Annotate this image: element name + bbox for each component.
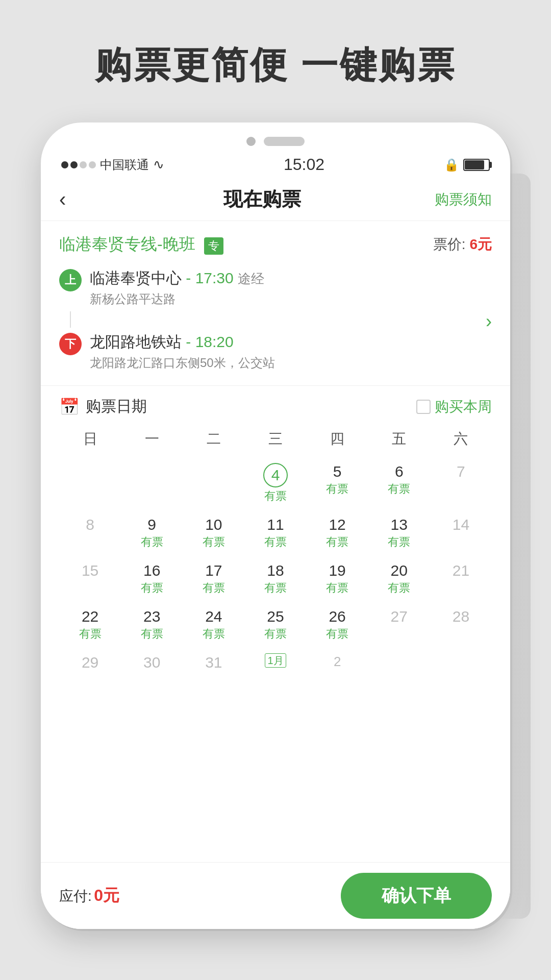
battery-bar [463,159,490,171]
wd-tue: 二 [183,425,244,453]
sig-dot-1 [61,161,68,168]
carrier: 中国联通 [100,157,149,173]
battery [463,159,490,171]
back-button[interactable]: ‹ [59,188,90,211]
cal-cell-r4-c3[interactable]: 1月 [244,648,306,677]
buy-week-label: 购买本周 [435,397,492,416]
status-bar: 中国联通 ∿ 15:02 🔒 [41,151,510,178]
date-title-row: 📅 购票日期 [59,396,147,417]
cal-cell-r0-c0: - [59,457,121,510]
wd-wed: 三 [244,425,306,453]
stop-up-icon: 上 [59,269,82,291]
cal-cell-r4-c4[interactable]: 2 [307,648,368,677]
stop-down-main: 龙阳路地铁站 - 18:20 [90,332,486,353]
cal-cell-r1-c5[interactable]: 13有票 [368,510,430,556]
status-time: 15:02 [284,155,324,174]
calendar-weekdays: 日 一 二 三 四 五 六 [59,425,492,453]
cal-cell-r1-c4[interactable]: 12有票 [307,510,368,556]
cal-cell-r1-c3[interactable]: 11有票 [244,510,306,556]
cal-cell-r3-c5[interactable]: 27 [368,602,430,648]
price-value: 6元 [469,236,492,252]
price-label: 票价: [433,236,466,252]
stop-down-name: 龙阳路地铁站 [90,333,182,350]
date-header: 📅 购票日期 购买本周 [59,396,492,417]
sig-dot-4 [89,161,96,168]
stop-up-time: - 17:30 [186,270,233,286]
stop-up-info: 临港奉贤中心 - 17:30 途经 新杨公路平达路 [90,268,486,307]
status-right: 🔒 [444,158,490,172]
route-name-area: 临港奉贤专线-晚班 专 [59,233,223,256]
cal-cell-r0-c3[interactable]: 4有票 [244,457,306,510]
price-info: 票价: 6元 [433,235,492,254]
cal-cell-r2-c3[interactable]: 18有票 [244,556,306,602]
stop-up-via: 途经 [238,271,264,286]
buy-week[interactable]: 购买本周 [416,397,492,416]
battery-fill [465,160,484,169]
calendar-icon: 📅 [59,397,80,416]
stop-up-sub: 新杨公路平达路 [90,291,486,307]
wifi-icon: ∿ [153,157,164,173]
dot-pill [264,137,305,146]
stop-down-row: 下 龙阳路地铁站 - 18:20 龙阳路龙汇路口东侧50米，公交站 [59,332,486,371]
cal-cell-r3-c6[interactable]: 28 [430,602,492,648]
wd-sun: 日 [59,425,121,453]
calendar: 日 一 二 三 四 五 六 ---4有票5有票6有票789有票10有票11有票1… [59,425,492,677]
ticket-notice-link[interactable]: 购票须知 [435,190,492,209]
route-name: 临港奉贤专线-晚班 专 [59,235,223,253]
stop-up-row: 上 临港奉贤中心 - 17:30 途经 新杨公路平达路 [59,268,486,307]
cal-cell-r2-c6[interactable]: 21 [430,556,492,602]
stop-down-sub: 龙阳路龙汇路口东侧50米，公交站 [90,355,486,371]
cal-cell-r3-c1[interactable]: 23有票 [121,602,183,648]
cal-cell-r0-c2: - [183,457,244,510]
cal-cell-r4-c1[interactable]: 30 [121,648,183,677]
chevron-right-icon[interactable]: › [486,311,492,332]
stop-down-info: 龙阳路地铁站 - 18:20 龙阳路龙汇路口东侧50米，公交站 [90,332,486,371]
cal-cell-r4-c0[interactable]: 29 [59,648,121,677]
headline: 购票更简便 一键购票 [0,41,551,90]
phone-shell: 中国联通 ∿ 15:02 🔒 ‹ 现在购票 购票须知 临港奉贤专线-晚班 专 票… [41,122,510,929]
cal-cell-r1-c6[interactable]: 14 [430,510,492,556]
status-left: 中国联通 ∿ [61,157,164,173]
wd-thu: 四 [307,425,368,453]
cal-cell-r1-c2[interactable]: 10有票 [183,510,244,556]
cal-cell-r1-c1[interactable]: 9有票 [121,510,183,556]
date-title: 购票日期 [86,396,147,417]
cal-cell-r2-c1[interactable]: 16有票 [121,556,183,602]
cal-cell-r4-c2[interactable]: 31 [183,648,244,677]
phone-top-dots [41,122,510,151]
cal-cell-r4-c5: - [368,648,430,677]
stop-up-icon-label: 上 [65,273,76,288]
cal-cell-r2-c2[interactable]: 17有票 [183,556,244,602]
stop-down-icon: 下 [59,333,82,355]
lock-icon: 🔒 [444,158,459,172]
cal-cell-r2-c5[interactable]: 20有票 [368,556,430,602]
calendar-grid: ---4有票5有票6有票789有票10有票11有票12有票13有票141516有… [59,457,492,677]
page-title: 现在购票 [223,186,301,212]
dot-small [246,137,256,146]
nav-bar: ‹ 现在购票 购票须知 [41,178,510,221]
buy-week-checkbox[interactable] [416,400,431,414]
stop-section[interactable]: 上 临港奉贤中心 - 17:30 途经 新杨公路平达路 [41,264,510,386]
cal-cell-r3-c4[interactable]: 26有票 [307,602,368,648]
cal-cell-r0-c6[interactable]: 7 [430,457,492,510]
cal-cell-r1-c0[interactable]: 8 [59,510,121,556]
cal-cell-r0-c4[interactable]: 5有票 [307,457,368,510]
confirm-button[interactable]: 确认下单 [341,873,492,919]
cal-cell-r2-c4[interactable]: 19有票 [307,556,368,602]
bottom-bar: 应付: 0元 确认下单 [41,862,510,929]
cal-cell-r3-c0[interactable]: 22有票 [59,602,121,648]
cal-cell-r0-c1: - [121,457,183,510]
route-badge: 专 [204,237,223,255]
stop-up-main: 临港奉贤中心 - 17:30 途经 [90,268,486,289]
route-name-text: 临港奉贤专线-晚班 [59,235,195,253]
wd-mon: 一 [121,425,183,453]
wd-sat: 六 [430,425,492,453]
cal-cell-r3-c2[interactable]: 24有票 [183,602,244,648]
sig-dot-2 [70,161,78,168]
cal-cell-r2-c0[interactable]: 15 [59,556,121,602]
cal-cell-r3-c3[interactable]: 25有票 [244,602,306,648]
amount-section: 应付: 0元 [59,885,341,907]
amount-label: 应付: [59,888,92,904]
stop-down-time: - 18:20 [186,333,233,350]
cal-cell-r0-c5[interactable]: 6有票 [368,457,430,510]
